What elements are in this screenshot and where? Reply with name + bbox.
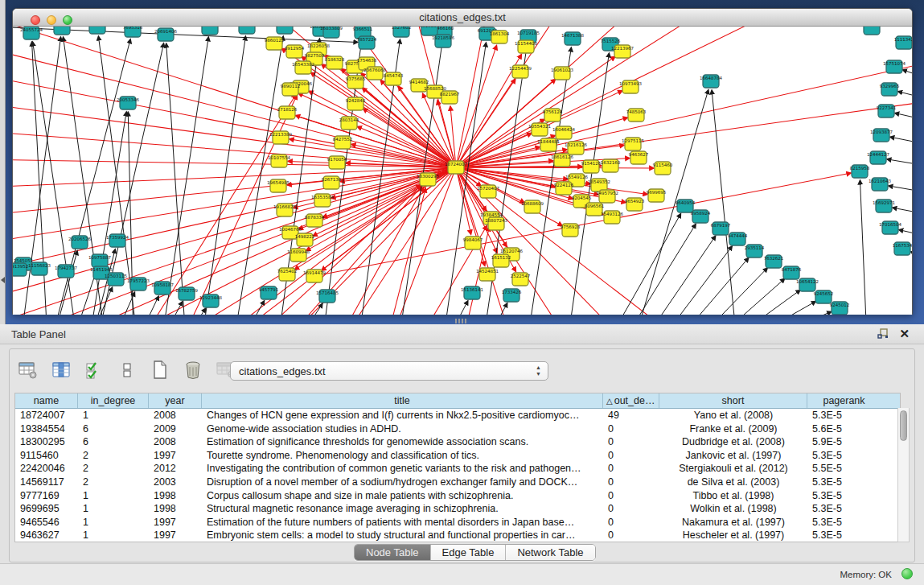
- table-cell[interactable]: 6: [78, 435, 149, 449]
- table-cell[interactable]: Hescheler et al. (1997): [659, 529, 807, 542]
- network-window[interactable]: citations_edges.txt 24055724133557241643…: [12, 8, 913, 315]
- graph-node[interactable]: 16543382: [292, 61, 314, 74]
- table-cell[interactable]: Estimation of significance thresholds fo…: [202, 435, 603, 449]
- table-cell[interactable]: 0: [603, 449, 659, 463]
- graph-node[interactable]: 17942737: [55, 265, 77, 278]
- graph-node[interactable]: 2935114: [745, 245, 765, 257]
- new-file-icon[interactable]: [150, 360, 170, 381]
- graph-node[interactable]: 7857224: [357, 36, 377, 49]
- table-cell[interactable]: Jankovic et al. (1997): [659, 449, 807, 463]
- graph-node[interactable]: 9242848: [346, 97, 366, 110]
- graph-node[interactable]: 11156823: [28, 262, 51, 275]
- graph-node[interactable]: 1527602: [392, 27, 412, 37]
- graph-node[interactable]: 7625402: [277, 268, 298, 281]
- graph-node[interactable]: 12503115: [105, 273, 127, 286]
- table-source-select[interactable]: citations_edges.txt ▲▼: [230, 361, 548, 381]
- graph-node[interactable]: 16435227: [86, 27, 109, 34]
- graph-node[interactable]: 12213389: [269, 131, 292, 144]
- graph-node[interactable]: 9474444: [728, 233, 748, 245]
- table-cell[interactable]: Dudbridge et al. (2008): [659, 435, 807, 449]
- table-cell[interactable]: Changes of HCN gene expression and I(f) …: [202, 409, 603, 422]
- table-row[interactable]: 1830029562008Estimation of significance …: [15, 435, 900, 449]
- table-cell[interactable]: 5.3E-5: [807, 476, 881, 489]
- table-cell[interactable]: 2008: [149, 435, 202, 449]
- graph-node[interactable]: 10554321: [528, 123, 551, 136]
- select-all-icon[interactable]: [84, 360, 105, 381]
- graph-node[interactable]: 11609948: [287, 249, 310, 262]
- graph-node[interactable]: 9654923: [625, 198, 645, 211]
- graph-node[interactable]: 8427552: [333, 136, 353, 149]
- table-cell[interactable]: 0: [603, 516, 659, 529]
- graph-node[interactable]: 7632621: [764, 255, 784, 268]
- graph-node[interactable]: 20894123: [199, 27, 221, 35]
- graph-node[interactable]: 18724007: [445, 161, 467, 174]
- graph-node[interactable]: 16353584: [311, 194, 334, 207]
- table-cell[interactable]: 0: [603, 435, 659, 449]
- table-cell[interactable]: 1: [78, 502, 149, 516]
- table-row[interactable]: 1938455462009Genome-wide association stu…: [15, 422, 900, 436]
- table-cell[interactable]: 0: [603, 489, 659, 503]
- table-cell[interactable]: 9463627: [15, 529, 78, 542]
- table-cell[interactable]: 2012: [149, 462, 202, 476]
- graph-node[interactable]: 14671388: [561, 32, 584, 45]
- graph-node[interactable]: 15136141: [461, 286, 483, 299]
- graph-node[interactable]: 16914479: [303, 270, 326, 282]
- graph-node[interactable]: 1861304: [490, 31, 510, 43]
- graph-node[interactable]: 15692971: [873, 200, 895, 212]
- table-cell[interactable]: 5.3E-5: [807, 449, 881, 463]
- column-header-out_de[interactable]: △out_de…: [603, 393, 659, 408]
- graph-node[interactable]: 7695316: [123, 27, 143, 37]
- graph-node[interactable]: 15716485: [316, 290, 339, 303]
- table-cell[interactable]: 22420046: [15, 462, 78, 476]
- table-cell[interactable]: 19384554: [15, 422, 78, 436]
- table-cell[interactable]: Corpus callosum shape and size in male p…: [202, 489, 603, 503]
- graph-node[interactable]: 10973493: [619, 80, 642, 93]
- table-cell[interactable]: Structural magnetic resonance image aver…: [202, 502, 603, 516]
- graph-node[interactable]: 1167534: [893, 242, 912, 255]
- table-cell[interactable]: 1: [78, 489, 149, 503]
- table-cell[interactable]: 49: [603, 409, 659, 422]
- graph-node[interactable]: 10688609: [521, 200, 544, 213]
- network-canvas[interactable]: 2405572413355724164352277695316206914062…: [13, 27, 912, 315]
- column-header-title[interactable]: title: [202, 393, 603, 408]
- graph-node[interactable]: 14524851: [476, 268, 499, 281]
- graph-node[interactable]: 3913952: [13, 263, 28, 276]
- table-cell[interactable]: Tibbo et al. (1998): [659, 489, 807, 503]
- graph-node[interactable]: 8215958: [850, 165, 870, 178]
- table-row[interactable]: 946362711997Embryonic stem cells: a mode…: [15, 529, 900, 542]
- table-cell[interactable]: Tourette syndrome. Phenomenology and cla…: [202, 449, 603, 463]
- graph-node[interactable]: 13355724: [51, 27, 73, 35]
- table-cell[interactable]: 9777169: [15, 489, 78, 503]
- graph-node[interactable]: 12975115: [622, 138, 644, 150]
- table-cell[interactable]: 1997: [149, 516, 202, 529]
- column-display-icon[interactable]: [51, 360, 72, 381]
- graph-node[interactable]: 10654122: [796, 278, 819, 291]
- delete-icon[interactable]: [183, 360, 203, 381]
- table-cell[interactable]: 2: [78, 462, 149, 476]
- graph-node[interactable]: 1632160: [601, 159, 621, 172]
- table-cell[interactable]: Wolkin et al. (1998): [659, 502, 807, 516]
- table-cell[interactable]: 18724007: [15, 409, 78, 422]
- table-cell[interactable]: 5.3E-5: [807, 529, 881, 542]
- table-cell[interactable]: 1997: [149, 529, 202, 542]
- graph-node[interactable]: 9463627: [629, 151, 649, 164]
- column-header-pagerank[interactable]: pagerank: [807, 393, 881, 408]
- table-cell[interactable]: Investigating the contribution of common…: [202, 462, 603, 476]
- table-scrollbar-thumb[interactable]: [900, 410, 907, 441]
- table-cell[interactable]: 1998: [149, 502, 202, 516]
- graph-node[interactable]: 20053346: [117, 97, 139, 109]
- table-cell[interactable]: Estimation of the future numbers of pati…: [202, 516, 603, 529]
- graph-node[interactable]: 10975887: [88, 254, 111, 267]
- table-cell[interactable]: 14569117: [15, 476, 78, 489]
- graph-node[interactable]: 1498222: [295, 233, 315, 246]
- table-cell[interactable]: 2008: [149, 409, 202, 422]
- graph-node[interactable]: 19654985: [267, 179, 290, 192]
- table-row[interactable]: 977716911998Corpus callosum shape and si…: [15, 489, 900, 503]
- table-cell[interactable]: Yano et al. (2008): [659, 409, 807, 422]
- table-cell[interactable]: Franke et al. (2009): [659, 422, 807, 436]
- graph-node[interactable]: 8186328: [325, 56, 345, 69]
- tab-node-table[interactable]: Node Table: [355, 545, 431, 560]
- graph-node[interactable]: 19166825: [273, 204, 296, 216]
- graph-node[interactable]: 1615132: [491, 254, 511, 267]
- graph-node[interactable]: 10107554: [268, 154, 290, 167]
